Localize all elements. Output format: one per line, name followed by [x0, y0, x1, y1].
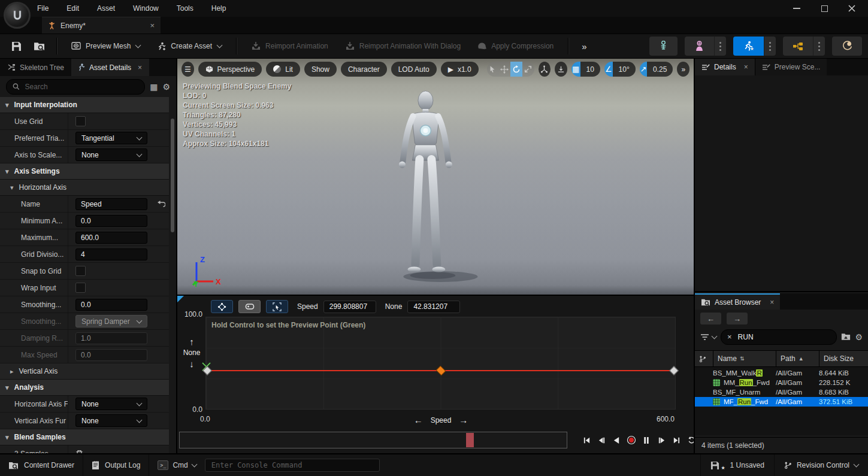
- menu-help[interactable]: Help: [211, 4, 226, 13]
- revision-column-header[interactable]: [695, 351, 713, 366]
- animation-kebab-icon[interactable]: [764, 37, 776, 56]
- scale-snap-control[interactable]: ↗ 0.25: [640, 62, 673, 77]
- disksize-column-header[interactable]: Disk Size: [819, 351, 868, 366]
- lod-button[interactable]: LOD Auto: [391, 62, 437, 77]
- skip-to-start-button[interactable]: [580, 433, 593, 447]
- tab-close-icon[interactable]: ×: [150, 21, 155, 30]
- tab-details[interactable]: Details ×: [695, 59, 755, 75]
- skeletal-mesh-kebab-icon[interactable]: [714, 37, 726, 56]
- select-tool[interactable]: [487, 62, 499, 77]
- checkbox[interactable]: [75, 266, 86, 276]
- speed-param-value[interactable]: 299.808807: [323, 301, 376, 313]
- skip-to-end-button[interactable]: [670, 433, 683, 447]
- minimize-button[interactable]: [783, 0, 810, 17]
- blendspace-plot[interactable]: Hold Control to set the Preview Point (G…: [205, 317, 676, 410]
- perspective-button[interactable]: Perspective: [198, 62, 262, 77]
- viewport-overflow-button[interactable]: »: [677, 62, 689, 77]
- asset-search-input[interactable]: [737, 332, 831, 342]
- grid-snap-control[interactable]: ▦ 10: [571, 62, 600, 77]
- timeline-scrubber[interactable]: [179, 432, 567, 448]
- tab-asset-browser[interactable]: Asset Browser ×: [695, 293, 780, 310]
- tab-enemy[interactable]: Enemy* ×: [42, 17, 161, 34]
- browse-to-asset-button[interactable]: [29, 37, 49, 55]
- play-reverse-button[interactable]: [610, 433, 623, 447]
- value-field-damping-r[interactable]: 1.0: [75, 332, 147, 344]
- asset-search-box[interactable]: ×: [721, 329, 837, 345]
- record-button[interactable]: [625, 433, 638, 447]
- blend-sample[interactable]: [669, 366, 679, 375]
- filter-icon[interactable]: [700, 333, 709, 341]
- value-field-smoothing[interactable]: 0.0: [75, 299, 147, 311]
- console-command-input[interactable]: [205, 459, 380, 472]
- history-forward-button[interactable]: →: [727, 313, 748, 325]
- close-icon[interactable]: ×: [744, 63, 748, 71]
- clear-search-icon[interactable]: ×: [727, 332, 732, 341]
- settings-gear-icon[interactable]: ⚙: [162, 83, 170, 91]
- triangulation-toggle[interactable]: [211, 300, 233, 313]
- content-drawer-button[interactable]: Content Drawer: [0, 454, 83, 476]
- browser-settings-gear-icon[interactable]: ⚙: [855, 333, 863, 341]
- asset-row[interactable]: BS_MF_Unarm/All/Gam8.683 KiB: [695, 387, 868, 397]
- dropdown-vertical-axis-fur[interactable]: None: [75, 414, 147, 427]
- unsaved-indicator[interactable]: ★ 1 Unsaved: [700, 454, 774, 476]
- search-input[interactable]: [24, 82, 139, 92]
- close-icon[interactable]: ×: [770, 298, 774, 307]
- preview-viewport[interactable]: ☰ Perspective Lit Show Character LOD Aut…: [177, 59, 694, 295]
- menu-tools[interactable]: Tools: [177, 4, 193, 13]
- create-asset-button[interactable]: Create Asset: [150, 37, 229, 55]
- apply-compression-button[interactable]: Apply Compression: [470, 37, 561, 55]
- viewport-menu-button[interactable]: ☰: [182, 62, 194, 77]
- skeletal-mesh-button[interactable]: [685, 37, 714, 56]
- show-button[interactable]: Show: [304, 62, 337, 77]
- details-searchbox[interactable]: [6, 79, 145, 95]
- value-field-name[interactable]: Speed: [75, 198, 147, 210]
- reimport-animation-dialog-button[interactable]: Reimport Animation With Dialog: [338, 37, 468, 55]
- menu-edit[interactable]: Edit: [66, 4, 79, 13]
- tab-preview-scene[interactable]: Preview Sce...: [755, 59, 827, 75]
- physics-shortcut[interactable]: [832, 37, 862, 56]
- lit-button[interactable]: Lit: [266, 62, 300, 77]
- filter-chevron-icon[interactable]: [712, 333, 718, 339]
- animation-button-active[interactable]: ★: [733, 37, 764, 56]
- undo-arrow-icon[interactable]: [156, 201, 165, 208]
- value-field-maximum[interactable]: 600.0: [75, 232, 147, 244]
- value-field-grid-divisio[interactable]: 4: [75, 248, 147, 260]
- asset-row[interactable]: BS_MM_WalkR/All/Gam8.644 KiB: [695, 368, 868, 378]
- checkbox[interactable]: [75, 116, 86, 126]
- reimport-animation-button[interactable]: Reimport Animation: [244, 37, 335, 55]
- translate-tool[interactable]: [498, 62, 510, 77]
- rotate-tool[interactable]: [510, 62, 522, 77]
- value-field-minimum-a[interactable]: 0.0: [75, 215, 147, 227]
- surface-snap-button[interactable]: [555, 62, 567, 77]
- skeleton-shortcut[interactable]: [649, 37, 678, 56]
- step-forward-button[interactable]: [655, 433, 668, 447]
- subheader-horizontal-axis[interactable]: ▾Horizontal Axis: [0, 180, 169, 196]
- unreal-logo-icon[interactable]: [4, 2, 31, 29]
- coordinate-space-button[interactable]: [539, 62, 551, 77]
- revision-control-button[interactable]: Revision Control: [774, 454, 868, 476]
- tab-skeleton-tree[interactable]: Skeleton Tree: [0, 59, 71, 76]
- timeline-playhead[interactable]: [466, 433, 474, 447]
- menu-window[interactable]: Window: [133, 4, 159, 13]
- subheader-vertical-axis[interactable]: ▸Vertical Axis: [0, 363, 169, 380]
- dropdown-smoothing[interactable]: Spring Damper: [75, 315, 147, 328]
- pause-button[interactable]: [640, 433, 653, 447]
- preview-mesh-button[interactable]: Preview Mesh: [64, 37, 147, 55]
- close-icon[interactable]: ×: [138, 63, 142, 72]
- second-param-value[interactable]: 42.831207: [407, 301, 460, 313]
- category-blend-samples[interactable]: ▾Blend Samples: [0, 429, 169, 445]
- menu-asset[interactable]: Asset: [97, 4, 115, 13]
- scrollbar-thumb[interactable]: [171, 119, 174, 232]
- toolbar-overflow-button[interactable]: »: [577, 41, 591, 51]
- anim-blueprint-button[interactable]: [783, 37, 813, 56]
- save-button[interactable]: [6, 37, 26, 55]
- blend-sample[interactable]: [436, 366, 446, 376]
- tab-asset-details[interactable]: Asset Details ×: [71, 59, 149, 76]
- menu-file[interactable]: File: [37, 4, 49, 13]
- maximize-button[interactable]: [810, 0, 838, 17]
- cmd-selector[interactable]: >_ Cmd: [149, 460, 204, 470]
- close-button[interactable]: [838, 0, 866, 17]
- dropdown-preferred-tria[interactable]: Tangential: [75, 132, 147, 144]
- checkbox[interactable]: [75, 283, 86, 293]
- category-input-interpolation[interactable]: ▾Input Interpolation: [0, 97, 169, 113]
